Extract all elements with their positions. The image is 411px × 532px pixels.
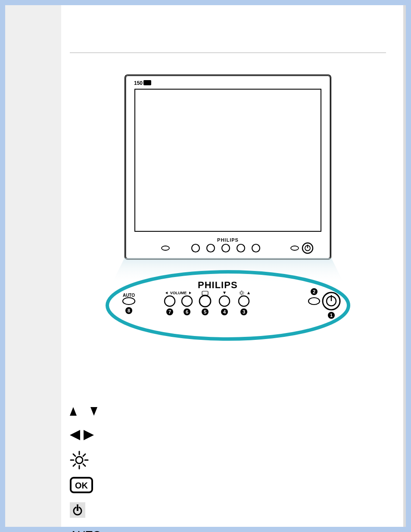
right-scrollbar-hint [403, 5, 406, 527]
main-content: 150 PHILIPS [61, 5, 403, 527]
svg-point-50 [308, 298, 320, 305]
svg-point-28 [199, 296, 211, 307]
svg-text:6: 6 [186, 309, 188, 314]
svg-line-43 [243, 291, 243, 292]
svg-marker-57 [90, 407, 97, 416]
monitor-svg: 150 PHILIPS [125, 75, 331, 260]
svg-point-45 [239, 296, 249, 306]
auto-label: AUTO [70, 529, 102, 532]
svg-line-67 [73, 464, 75, 466]
svg-point-60 [76, 457, 83, 464]
controls-zoom-svg: PHILIPS AUTO 8 VOLUME 7 [103, 258, 353, 344]
svg-point-21 [165, 296, 175, 306]
controls-zoom-wrap: PHILIPS AUTO 8 VOLUME 7 [70, 258, 386, 346]
legend-row-auto: AUTO [70, 523, 386, 532]
ok-icon: OK [70, 477, 104, 493]
up-down-arrows-icon [70, 403, 104, 417]
svg-text:7: 7 [168, 309, 171, 314]
svg-line-65 [73, 454, 75, 456]
svg-marker-31 [223, 292, 226, 294]
svg-text:4: 4 [223, 309, 226, 314]
svg-marker-58 [70, 430, 80, 440]
legend-row-leftright [70, 423, 386, 448]
zoom-volume-label: VOLUME [170, 291, 187, 295]
auto-text-icon: AUTO [70, 529, 104, 532]
svg-marker-20 [189, 292, 191, 294]
svg-text:8: 8 [128, 308, 130, 313]
svg-line-66 [83, 464, 85, 466]
svg-text:OK: OK [75, 481, 88, 490]
svg-marker-56 [70, 407, 77, 416]
legend-row-updown [70, 398, 386, 423]
model-badge-text: 150 [134, 80, 143, 86]
power-icon [70, 502, 104, 518]
svg-point-16 [123, 298, 135, 305]
svg-point-32 [219, 296, 230, 306]
monitor-illustration: 150 PHILIPS [70, 75, 386, 261]
controls-legend: OK [70, 398, 386, 532]
left-sidebar [5, 5, 61, 527]
svg-text:2: 2 [313, 289, 315, 294]
legend-row-brightness [70, 448, 386, 473]
svg-point-35 [240, 292, 243, 294]
zoom-auto-label: AUTO [123, 293, 135, 298]
svg-rect-27 [202, 291, 208, 295]
svg-rect-2 [143, 80, 151, 85]
svg-text:5: 5 [204, 309, 206, 314]
page-inner: 150 PHILIPS [5, 5, 406, 527]
svg-line-40 [240, 291, 240, 292]
svg-line-41 [243, 294, 243, 295]
svg-point-24 [182, 296, 192, 306]
svg-text:3: 3 [243, 309, 245, 314]
svg-marker-19 [165, 292, 168, 294]
svg-marker-44 [247, 292, 250, 294]
monitor-brand-text: PHILIPS [217, 237, 239, 243]
zoom-brand-text: PHILIPS [198, 280, 238, 290]
section-divider [70, 53, 386, 53]
legend-row-power [70, 498, 386, 523]
svg-text:1: 1 [330, 313, 333, 318]
svg-rect-3 [135, 89, 321, 231]
svg-line-42 [240, 294, 240, 295]
svg-line-68 [83, 454, 85, 456]
left-right-arrows-icon [70, 429, 104, 442]
svg-marker-59 [84, 430, 94, 440]
page-frame: 150 PHILIPS [0, 0, 411, 532]
legend-row-ok: OK [70, 473, 386, 498]
brightness-icon [70, 451, 104, 470]
